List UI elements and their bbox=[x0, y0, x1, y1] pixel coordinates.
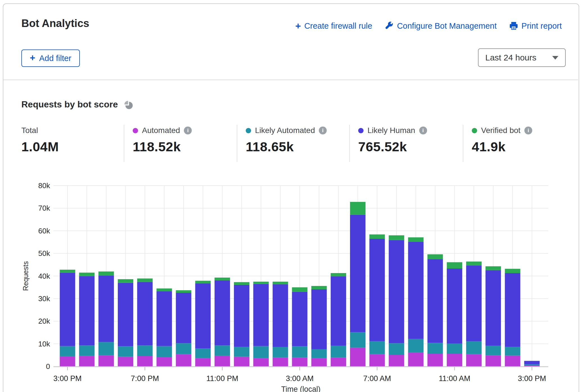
bar-segment[interactable] bbox=[253, 284, 269, 346]
bar-segment[interactable] bbox=[466, 341, 482, 354]
bar-segment[interactable] bbox=[98, 342, 114, 355]
bar-chart[interactable]: 010k20k30k40k50k60k70k80k3:00 PM7:00 PM1… bbox=[0, 0, 582, 392]
bar-segment[interactable] bbox=[157, 357, 172, 366]
bar-segment[interactable] bbox=[505, 273, 520, 347]
bar-segment[interactable] bbox=[369, 354, 385, 366]
bar-segment[interactable] bbox=[79, 276, 94, 346]
bar-segment[interactable] bbox=[292, 287, 307, 292]
bar-segment[interactable] bbox=[408, 352, 423, 366]
bar-segment[interactable] bbox=[466, 265, 482, 341]
bar-segment[interactable] bbox=[273, 358, 288, 366]
bar-segment[interactable] bbox=[331, 358, 346, 366]
bar-segment[interactable] bbox=[157, 291, 172, 346]
bar-segment[interactable] bbox=[369, 235, 385, 239]
bar-segment[interactable] bbox=[157, 289, 172, 291]
bar-segment[interactable] bbox=[253, 358, 269, 366]
bar-segment[interactable] bbox=[79, 272, 94, 276]
bar-segment[interactable] bbox=[331, 276, 346, 346]
bar-segment[interactable] bbox=[176, 293, 191, 343]
bar-segment[interactable] bbox=[447, 344, 462, 354]
bar-segment[interactable] bbox=[505, 355, 520, 366]
bar-segment[interactable] bbox=[195, 283, 211, 348]
bar-segment[interactable] bbox=[79, 345, 94, 356]
bar-segment[interactable] bbox=[427, 254, 443, 259]
bar-segment[interactable] bbox=[350, 215, 366, 332]
bar-segment[interactable] bbox=[118, 283, 133, 346]
bar-segment[interactable] bbox=[292, 292, 307, 346]
bar-segment[interactable] bbox=[215, 278, 230, 280]
bar-segment[interactable] bbox=[369, 239, 385, 341]
bar-segment[interactable] bbox=[195, 358, 211, 366]
bar-segment[interactable] bbox=[466, 354, 482, 366]
bar-segment[interactable] bbox=[215, 280, 230, 345]
bar-segment[interactable] bbox=[447, 354, 462, 366]
bar-segment[interactable] bbox=[234, 282, 249, 285]
bar-segment[interactable] bbox=[176, 354, 191, 366]
bar-segment[interactable] bbox=[311, 289, 327, 349]
bar-segment[interactable] bbox=[447, 262, 462, 269]
bar-segment[interactable] bbox=[408, 339, 423, 352]
bar-segment[interactable] bbox=[447, 269, 462, 344]
bar-segment[interactable] bbox=[524, 364, 540, 365]
bar-segment[interactable] bbox=[234, 347, 249, 357]
bar-segment[interactable] bbox=[427, 259, 443, 343]
bar-segment[interactable] bbox=[79, 356, 94, 366]
bar-segment[interactable] bbox=[273, 347, 288, 358]
bar-segment[interactable] bbox=[524, 361, 540, 361]
bar-segment[interactable] bbox=[311, 358, 327, 366]
bar-segment[interactable] bbox=[389, 235, 404, 240]
bar-segment[interactable] bbox=[176, 290, 191, 293]
bar-segment[interactable] bbox=[60, 346, 75, 356]
bar-segment[interactable] bbox=[195, 349, 211, 358]
bar-segment[interactable] bbox=[60, 356, 75, 366]
bar-segment[interactable] bbox=[486, 270, 501, 346]
bar-segment[interactable] bbox=[427, 354, 443, 366]
bar-segment[interactable] bbox=[253, 346, 269, 358]
bar-segment[interactable] bbox=[137, 345, 153, 356]
bar-segment[interactable] bbox=[389, 343, 404, 355]
bar-segment[interactable] bbox=[389, 355, 404, 366]
bar-segment[interactable] bbox=[331, 346, 346, 358]
bar-segment[interactable] bbox=[118, 346, 133, 357]
bar-segment[interactable] bbox=[292, 358, 307, 366]
bar-segment[interactable] bbox=[369, 341, 385, 354]
bar-segment[interactable] bbox=[524, 361, 540, 364]
bar-segment[interactable] bbox=[118, 279, 133, 283]
bar-segment[interactable] bbox=[176, 343, 191, 354]
bar-segment[interactable] bbox=[350, 332, 366, 348]
bar-segment[interactable] bbox=[157, 346, 172, 357]
bar-segment[interactable] bbox=[215, 356, 230, 366]
bar-segment[interactable] bbox=[137, 278, 153, 282]
bar-segment[interactable] bbox=[389, 240, 404, 343]
bar-segment[interactable] bbox=[234, 357, 249, 366]
bar-segment[interactable] bbox=[60, 270, 75, 272]
bar-segment[interactable] bbox=[98, 271, 114, 275]
bar-segment[interactable] bbox=[292, 346, 307, 357]
bar-segment[interactable] bbox=[273, 284, 288, 347]
bar-segment[interactable] bbox=[331, 273, 346, 276]
bar-segment[interactable] bbox=[253, 282, 269, 284]
bar-segment[interactable] bbox=[118, 357, 133, 366]
bar-segment[interactable] bbox=[350, 348, 366, 366]
bar-segment[interactable] bbox=[195, 281, 211, 283]
bar-segment[interactable] bbox=[505, 347, 520, 355]
bar-segment[interactable] bbox=[350, 202, 366, 215]
bar-segment[interactable] bbox=[311, 286, 327, 289]
bar-segment[interactable] bbox=[505, 269, 520, 273]
bar-segment[interactable] bbox=[234, 285, 249, 347]
bar-segment[interactable] bbox=[486, 346, 501, 355]
bar-segment[interactable] bbox=[466, 262, 482, 265]
bar-segment[interactable] bbox=[486, 266, 501, 270]
bar-segment[interactable] bbox=[427, 343, 443, 354]
bar-segment[interactable] bbox=[273, 282, 288, 284]
bar-segment[interactable] bbox=[408, 237, 423, 242]
bar-segment[interactable] bbox=[60, 272, 75, 346]
bar-segment[interactable] bbox=[98, 276, 114, 342]
bar-segment[interactable] bbox=[311, 349, 327, 358]
bar-segment[interactable] bbox=[98, 355, 114, 366]
bar-segment[interactable] bbox=[137, 282, 153, 345]
bar-segment[interactable] bbox=[137, 356, 153, 366]
bar-segment[interactable] bbox=[524, 365, 540, 366]
bar-segment[interactable] bbox=[408, 242, 423, 339]
bar-segment[interactable] bbox=[486, 355, 501, 366]
